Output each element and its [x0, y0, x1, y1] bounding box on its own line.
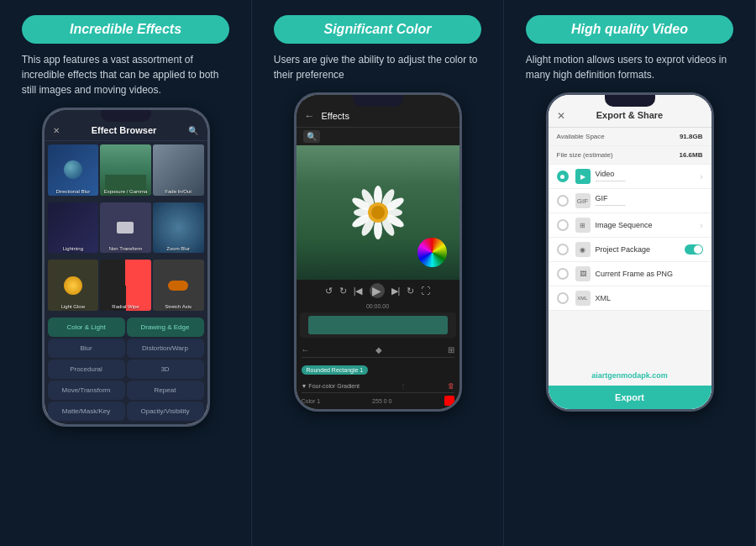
export-option-image-sequence[interactable]: ⊞ Image Sequence ›: [549, 213, 711, 238]
video-arrow-icon: ›: [700, 172, 702, 181]
project-icon: ◉: [575, 242, 591, 257]
end-icon[interactable]: ▶|: [391, 286, 401, 297]
png-icon: 🖼: [575, 266, 591, 281]
image-seq-icon: ⊞: [575, 218, 591, 233]
effects-grid-row1: Directional Blur Exposure / Gamma Fade I…: [45, 141, 207, 199]
phone1-screen: ✕ Effect Browser 🔍 Directional Blur: [45, 110, 207, 424]
phone3-notch: [605, 95, 655, 107]
play-icon[interactable]: ▶: [370, 283, 385, 298]
effect-cell-exposure[interactable]: Exposure / Gamma: [100, 144, 151, 196]
back-icon[interactable]: ←: [305, 110, 315, 122]
radio-project[interactable]: [557, 244, 569, 255]
redo-icon[interactable]: ↻: [339, 286, 347, 297]
panel2-description: Users are give the ability to adjust the…: [274, 52, 482, 82]
nav-layers-icon[interactable]: ⊞: [448, 345, 454, 354]
export-option-video[interactable]: ▶ Video —————— ›: [549, 165, 711, 189]
cat-btn-procedural[interactable]: Procedural: [48, 360, 125, 379]
radio-xml[interactable]: [557, 292, 569, 304]
phone2-notch: [353, 95, 403, 107]
effect-label-exposure: Exposure / Gamma: [100, 189, 151, 194]
cat-btn-blur[interactable]: Blur: [48, 339, 125, 358]
search-icon-p2[interactable]: 🔍: [303, 130, 320, 143]
image-seq-option-name: Image Sequence: [596, 221, 701, 229]
effect-cell-radial-wipe[interactable]: Radial Wipe: [100, 260, 151, 311]
effect-cell-lightning[interactable]: Lightning: [48, 202, 99, 254]
effect-label-light-glow: Light Glow: [48, 304, 99, 309]
cat-btn-distortion[interactable]: Distortion/Warp: [127, 339, 204, 358]
gif-icon: GIF: [575, 193, 591, 208]
undo-icon[interactable]: ↺: [325, 286, 333, 297]
export-option-png[interactable]: 🖼 Current Frame as PNG: [549, 262, 711, 286]
effect-label-directional-blur: Directional Blur: [48, 189, 99, 194]
color1-value: 255 0 0: [372, 398, 391, 404]
phone2-bottom: ← ◆ ⊞ Rounded Rectangle 1 ▼ Four-color G…: [297, 339, 459, 412]
cat-btn-3d[interactable]: 3D: [127, 360, 204, 379]
watermark-text: aiartgenmodapk.com: [549, 371, 711, 380]
radio-png[interactable]: [557, 268, 569, 280]
gif-option-sub: ——————: [596, 202, 703, 207]
gradient-label: ▼ Four-color Gradient: [302, 383, 360, 389]
project-option-name: Project Package: [596, 245, 685, 254]
video-option-name: Video: [596, 170, 701, 178]
effect-cell-zoom-blur[interactable]: Zoom Blur: [153, 202, 204, 254]
file-size-value: 16.6MB: [679, 151, 702, 159]
phone1-notch: [101, 110, 151, 122]
video-icon: ▶: [575, 169, 591, 184]
cat-btn-repeat[interactable]: Repeat: [127, 381, 204, 400]
start-icon[interactable]: |◀: [354, 286, 363, 297]
cat-btn-move-transform[interactable]: Move/Transform: [48, 381, 125, 400]
panel-video: High quality Video Alight motion allows …: [504, 0, 756, 546]
timeline-time: 00:00.00: [297, 302, 459, 311]
project-toggle[interactable]: [685, 244, 703, 255]
nav-home-icon[interactable]: ◆: [375, 345, 382, 354]
daisy-flower: [349, 183, 407, 242]
file-size-label: File size (estimate): [557, 151, 613, 159]
cat-btn-color-light[interactable]: Color & Light: [48, 318, 125, 337]
effect-cell-stretch-axis[interactable]: Stretch Axis: [153, 260, 204, 311]
available-space-value: 91.8GB: [680, 133, 703, 140]
timeline-bar[interactable]: [300, 312, 456, 338]
radio-image-seq[interactable]: [557, 219, 569, 231]
effect-browser-title: Effect Browser: [92, 125, 157, 135]
close-icon[interactable]: ✕: [53, 126, 60, 135]
effect-cell-light-glow[interactable]: Light Glow: [48, 260, 99, 311]
timeline-controls: ↺ ↻ |◀ ▶ ▶| ↻ ⛶: [297, 280, 459, 302]
search-icon[interactable]: 🔍: [188, 126, 198, 135]
phone3-mockup: ✕ Export & Share Available Space 91.8GB …: [546, 92, 714, 412]
radio-video[interactable]: [557, 171, 569, 182]
cat-btn-opacity[interactable]: Opacity/Visibility: [127, 402, 204, 421]
fullscreen-icon[interactable]: ⛶: [421, 286, 430, 296]
export-option-xml[interactable]: XML XML: [549, 286, 711, 311]
panel3-description: Alight motion allows users to exprot vid…: [526, 52, 734, 82]
nav-back-icon[interactable]: ←: [302, 345, 310, 354]
export-title: Export & Share: [596, 110, 663, 120]
png-option-text: Current Frame as PNG: [596, 270, 703, 278]
effect-categories: Color & Light Drawing & Edge Blur Distor…: [45, 314, 207, 424]
export-button[interactable]: Export: [549, 386, 711, 409]
color-swatch-red[interactable]: [444, 396, 454, 406]
radio-gif[interactable]: [557, 195, 569, 207]
effect-label-zoom-blur: Zoom Blur: [153, 246, 204, 251]
cat-btn-matte[interactable]: Matte/Mask/Key: [48, 402, 125, 421]
more-icon[interactable]: ⋮: [400, 382, 407, 390]
export-option-gif[interactable]: GIF GIF ——————: [549, 189, 711, 213]
close-btn[interactable]: ✕: [557, 110, 565, 122]
panel1-description: This app features a vast assortment of i…: [22, 52, 230, 97]
effect-cell-fade[interactable]: Fade In/Out: [153, 144, 204, 196]
effects-grid-row2: Lightning Non Transform Zoom Blur: [45, 199, 207, 257]
panel1-header: Incredible Effects: [22, 15, 230, 44]
delete-icon[interactable]: 🗑: [448, 382, 454, 390]
effect-cell-directional-blur[interactable]: Directional Blur: [48, 144, 99, 196]
effect-label-stretch-axis: Stretch Axis: [153, 304, 204, 309]
image-seq-arrow-icon: ›: [700, 221, 702, 230]
cat-btn-drawing-edge[interactable]: Drawing & Edge: [127, 318, 204, 337]
phone2-video-area: [297, 145, 459, 280]
effect-cell-nontransform[interactable]: Non Transform: [100, 202, 151, 254]
video-option-text: Video ——————: [596, 170, 701, 183]
effects-grid-row3: Light Glow Radial Wipe Stretch Axis: [45, 256, 207, 314]
project-option-text: Project Package: [596, 245, 685, 254]
gif-option-name: GIF: [596, 194, 703, 202]
loop-icon[interactable]: ↻: [407, 286, 414, 297]
export-option-project-package[interactable]: ◉ Project Package: [549, 238, 711, 262]
toggle-knob: [694, 245, 702, 254]
